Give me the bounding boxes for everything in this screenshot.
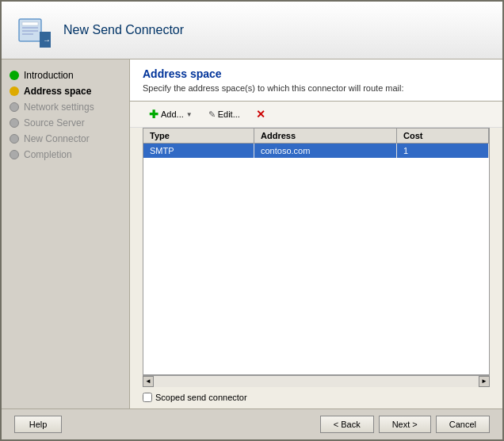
content-header: Address space Specify the address space(…	[130, 59, 502, 102]
col-header-cost: Cost	[397, 128, 489, 143]
address-space-table: Type Address Cost SMTP contoso.com 1	[143, 128, 490, 375]
svg-rect-3	[22, 30, 38, 32]
step-indicator-network-settings	[10, 102, 19, 112]
delete-icon: ✕	[256, 108, 265, 121]
help-button[interactable]: Help	[14, 416, 62, 433]
add-label: Add...	[161, 109, 184, 119]
bottom-right: < Back Next > Cancel	[320, 416, 490, 433]
cancel-button[interactable]: Cancel	[436, 416, 490, 433]
table-header: Type Address Cost	[143, 128, 489, 144]
bottom-left: Help	[14, 416, 320, 433]
back-button[interactable]: < Back	[320, 416, 374, 433]
page-title: Address space	[143, 67, 490, 80]
add-button[interactable]: ✚ Add... ▼	[143, 106, 199, 122]
page-description: Specify the address space(s) to which th…	[143, 83, 490, 93]
step-indicator-source-server	[10, 118, 19, 128]
svg-rect-2	[22, 27, 38, 29]
sidebar-label-address-space: Address space	[24, 86, 91, 97]
sidebar-item-completion[interactable]: Completion	[2, 147, 129, 163]
sidebar-label-completion: Completion	[24, 149, 72, 160]
sidebar-item-new-connector[interactable]: New Connector	[2, 131, 129, 147]
main-body: Introduction Address space Network setti…	[2, 59, 502, 408]
bottom-bar: Help < Back Next > Cancel	[2, 408, 502, 439]
table-body: SMTP contoso.com 1	[143, 144, 489, 374]
sidebar-label-source-server: Source Server	[24, 117, 85, 128]
window-title: New Send Connector	[63, 23, 184, 37]
next-button[interactable]: Next >	[379, 416, 431, 433]
horizontal-scrollbar[interactable]: ◄ ►	[143, 375, 490, 386]
sidebar-item-introduction[interactable]: Introduction	[2, 67, 129, 83]
scoped-connector-label: Scoped send connector	[143, 393, 247, 402]
wizard-icon: →	[14, 11, 52, 49]
scroll-left-button[interactable]: ◄	[143, 376, 154, 387]
delete-button[interactable]: ✕	[250, 106, 272, 122]
scoped-connector-text: Scoped send connector	[155, 393, 247, 402]
scroll-right-button[interactable]: ►	[479, 376, 490, 387]
sidebar: Introduction Address space Network setti…	[2, 59, 130, 408]
sidebar-label-new-connector: New Connector	[24, 133, 90, 144]
svg-rect-4	[22, 33, 33, 35]
step-indicator-completion	[10, 150, 19, 159]
sidebar-item-network-settings[interactable]: Network settings	[2, 99, 129, 115]
cell-address: contoso.com	[254, 144, 397, 158]
cell-type: SMTP	[143, 144, 254, 158]
content-area: Address space Specify the address space(…	[130, 59, 502, 408]
edit-icon: ✎	[208, 109, 216, 120]
footer-area: Scoped send connector	[130, 386, 502, 408]
step-indicator-new-connector	[10, 134, 19, 144]
cell-cost: 1	[397, 144, 489, 158]
add-dropdown-arrow: ▼	[186, 111, 193, 118]
step-indicator-introduction	[10, 71, 19, 80]
title-bar: → New Send Connector	[2, 2, 502, 59]
toolbar: ✚ Add... ▼ ✎ Edit... ✕	[130, 102, 502, 128]
col-header-address: Address	[254, 128, 397, 143]
svg-text:→: →	[43, 36, 51, 44]
scroll-track[interactable]	[154, 376, 479, 387]
sidebar-label-network-settings: Network settings	[24, 102, 94, 113]
edit-button[interactable]: ✎ Edit...	[202, 108, 246, 121]
add-icon: ✚	[149, 108, 158, 121]
step-indicator-address-space	[10, 86, 19, 96]
sidebar-item-address-space[interactable]: Address space	[2, 83, 129, 99]
edit-label: Edit...	[218, 109, 240, 119]
sidebar-item-source-server[interactable]: Source Server	[2, 115, 129, 131]
col-header-type: Type	[143, 128, 254, 143]
table-row[interactable]: SMTP contoso.com 1	[143, 144, 489, 158]
svg-rect-1	[22, 22, 38, 25]
sidebar-label-introduction: Introduction	[24, 70, 74, 81]
scoped-connector-checkbox[interactable]	[143, 393, 152, 402]
